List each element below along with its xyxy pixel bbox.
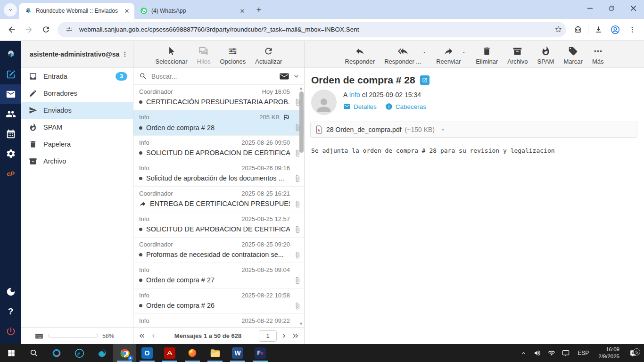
message-row-7[interactable]: Info2025-08-25 09:04Orden de compra # 27 (133, 263, 304, 288)
to-recipient-link[interactable]: Info (349, 91, 360, 99)
search-options-chevron-icon[interactable] (293, 73, 299, 79)
mail-marcar-button[interactable]: Marcar (563, 46, 582, 65)
next-page-icon[interactable] (281, 332, 288, 339)
mail-más-button[interactable]: Más (592, 46, 604, 65)
rail-dark-mode-icon[interactable] (0, 282, 21, 302)
list-hilos-button[interactable]: Hilos (197, 46, 211, 65)
message-row-0[interactable]: CoordinadorHoy 16:05CERTIFICACIÓN PRESUP… (133, 85, 304, 110)
back-icon[interactable] (5, 23, 19, 37)
cast-icon[interactable] (560, 350, 572, 356)
dropdown-caret-icon[interactable] (422, 50, 427, 65)
sidebar-folder-archivo[interactable]: Archivo (21, 153, 133, 170)
mail-spam-button[interactable]: SPAM (537, 46, 554, 65)
rail-help-icon[interactable]: ? (0, 302, 21, 321)
browser-menu-icon[interactable] (625, 23, 639, 37)
open-in-new-window-icon[interactable] (420, 75, 429, 85)
clock[interactable]: 16:09 2/9/2025 (594, 346, 623, 360)
taskbar-outlook-icon[interactable]: O (136, 344, 158, 362)
sidebar-folder-papelera[interactable]: Papelera (21, 136, 133, 153)
page-number-input[interactable] (259, 330, 277, 342)
profile-avatar-icon[interactable] (608, 23, 622, 37)
tab-close-icon[interactable]: ✕ (239, 7, 246, 15)
taskbar-start-button-icon[interactable] (0, 344, 23, 362)
details-link[interactable]: Detalles (343, 103, 377, 110)
flag-icon[interactable] (282, 114, 290, 121)
taskbar-word-icon[interactable]: W (226, 344, 249, 362)
dropdown-caret-icon[interactable] (462, 50, 466, 65)
new-tab-button[interactable]: + (253, 4, 265, 16)
sidebar-folder-spam[interactable]: SPAM (21, 119, 133, 136)
rail-contacts-icon[interactable] (0, 104, 21, 124)
message-row-4[interactable]: Coordinador2025-08-25 16:21ENTREGA DE CE… (133, 187, 304, 212)
taskbar-firefox-icon[interactable] (181, 344, 204, 362)
minimize-button[interactable] (579, 0, 601, 16)
taskbar-internet-explorer-icon[interactable]: e (68, 344, 91, 362)
sidebar-folder-enviados[interactable]: Enviados (21, 102, 133, 119)
scroll-up-icon[interactable]: ▲ (299, 86, 303, 90)
list-opciones-button[interactable]: Opciones (220, 46, 246, 65)
headers-link[interactable]: Cabeceras (385, 103, 426, 110)
message-row-2[interactable]: Info2025-08-26 09:50SOLICITUD DE APROBAC… (133, 136, 304, 161)
taskbar-edge-icon[interactable] (91, 344, 113, 362)
message-row-3[interactable]: Info2025-08-26 09:16Solicitud de aprobac… (133, 161, 304, 187)
list-scrollbar[interactable] (299, 91, 304, 153)
mail-archivo-button[interactable]: Archivo (507, 46, 528, 65)
address-bar[interactable]: webmail.sanjuan.gob.ec/cpsess6698887760/… (58, 22, 566, 37)
taskbar-fes-app-icon[interactable]: F≡ (249, 344, 272, 362)
volume-icon[interactable] (531, 349, 544, 357)
message-row-6[interactable]: Coordinador2025-08-25 09:20Proformas de … (133, 238, 304, 263)
message-row-9[interactable]: Info2025-08-22 09:22 (133, 314, 304, 327)
first-page-icon[interactable] (138, 332, 146, 340)
mail-responder-button[interactable]: Responder ... (384, 46, 421, 65)
attachment-menu-icon[interactable] (440, 127, 446, 133)
rail-calendar-icon[interactable] (0, 124, 21, 144)
attachment-name[interactable]: 28 Orden_de_compra.pdf (326, 126, 402, 133)
sidebar-folder-entrada[interactable]: Entrada3 (21, 68, 133, 85)
rail-logout-icon[interactable] (0, 321, 21, 341)
account-menu-icon[interactable] (120, 48, 130, 60)
last-page-icon[interactable] (291, 332, 299, 340)
pencil-icon (29, 89, 37, 98)
site-settings-icon[interactable] (63, 24, 75, 36)
taskbar-copilot-icon[interactable] (45, 344, 68, 362)
bookmark-star-icon[interactable] (552, 24, 564, 36)
tab-close-icon[interactable]: ✕ (123, 7, 131, 15)
close-window-button[interactable] (622, 0, 644, 16)
maximize-button[interactable] (601, 0, 622, 16)
search-placeholder[interactable]: Buscar... (151, 73, 275, 80)
mail-reenviar-button[interactable]: Reenviar (436, 46, 461, 65)
downloads-icon[interactable] (591, 23, 605, 37)
tray-expand-icon[interactable] (517, 350, 529, 356)
browser-tab-0[interactable]: Roundcube Webmail :: Enviados✕ (19, 3, 134, 19)
attachment-row[interactable]: A 28 Orden_de_compra.pdf (~150 KB) (310, 122, 637, 138)
forward-icon[interactable] (22, 23, 36, 37)
notification-center-icon[interactable]: 5 (625, 349, 641, 357)
browser-tab-1[interactable]: (4) WhatsApp✕ (134, 3, 250, 19)
sidebar-folder-borradores[interactable]: Borradores (21, 85, 133, 102)
prev-page-icon[interactable] (150, 332, 157, 339)
rail-cpanel[interactable]: cP (0, 164, 21, 183)
rail-settings-icon[interactable] (0, 144, 21, 164)
taskbar-file-explorer-icon[interactable] (204, 344, 226, 362)
list-actualizar-button[interactable]: Actualizar (255, 46, 282, 65)
tab-list-chevron-icon[interactable] (4, 3, 17, 16)
scroll-down-icon[interactable]: ▼ (299, 321, 303, 326)
rail-compose-icon[interactable] (0, 65, 21, 84)
taskbar-search-button-icon[interactable] (23, 344, 45, 362)
reload-icon[interactable] (39, 23, 53, 37)
mail-responder-button[interactable]: Responder (345, 46, 375, 65)
message-row-1[interactable]: Info205 KBOrden de compra # 28 (133, 110, 304, 136)
taskbar-acrobat-icon[interactable] (158, 344, 181, 362)
search-bar[interactable]: Buscar... (133, 68, 304, 85)
message-row-8[interactable]: Info2025-08-22 10:58Orden de compra # 26 (133, 288, 304, 314)
list-seleccionar-button[interactable]: Seleccionar (156, 46, 188, 65)
rail-mail-icon[interactable] (0, 84, 21, 104)
language-indicator[interactable]: ESP (574, 350, 593, 356)
search-scope-envelope-icon[interactable] (280, 73, 289, 80)
mail-eliminar-button[interactable]: Eliminar (476, 46, 498, 65)
wifi-icon[interactable] (545, 349, 558, 357)
url-text[interactable]: webmail.sanjuan.gob.ec/cpsess6698887760/… (79, 26, 548, 33)
taskbar-chrome-icon[interactable] (113, 344, 136, 362)
extensions-icon[interactable] (571, 23, 585, 37)
message-row-5[interactable]: Info2025-08-25 12:57SOLICITUD DE APROBAC… (133, 212, 304, 238)
